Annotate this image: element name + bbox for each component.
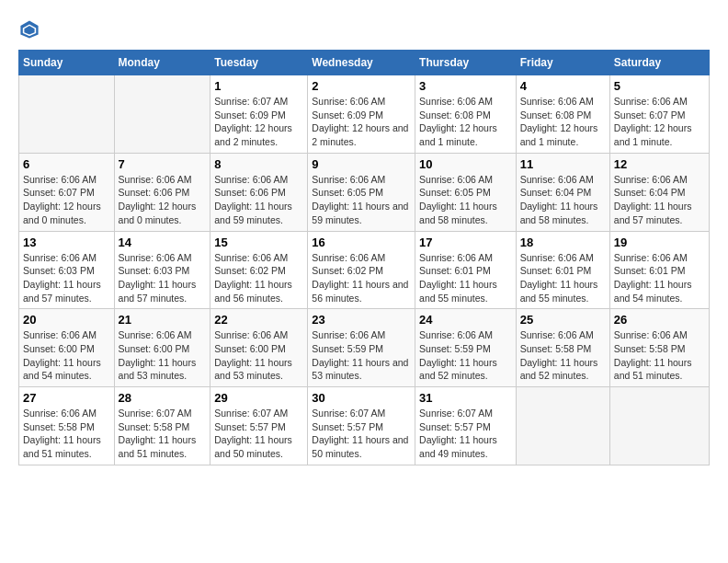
- day-number: 23: [312, 313, 411, 327]
- calendar-cell: 25Sunrise: 6:06 AMSunset: 5:58 PMDayligh…: [516, 309, 609, 387]
- day-number: 8: [214, 157, 303, 171]
- days-header-row: SundayMondayTuesdayWednesdayThursdayFrid…: [19, 51, 710, 75]
- day-number: 12: [614, 157, 705, 171]
- day-number: 15: [214, 236, 303, 249]
- day-info: Sunrise: 6:06 AMSunset: 6:04 PMDaylight:…: [520, 173, 606, 227]
- calendar-cell: 22Sunrise: 6:06 AMSunset: 6:00 PMDayligh…: [210, 309, 308, 387]
- calendar-cell: 26Sunrise: 6:06 AMSunset: 5:58 PMDayligh…: [609, 309, 709, 387]
- day-info: Sunrise: 6:06 AMSunset: 5:59 PMDaylight:…: [419, 328, 512, 383]
- day-info: Sunrise: 6:06 AMSunset: 5:59 PMDaylight:…: [312, 328, 411, 383]
- calendar-cell: 20Sunrise: 6:06 AMSunset: 6:00 PMDayligh…: [19, 309, 115, 387]
- calendar-cell: 21Sunrise: 6:06 AMSunset: 6:00 PMDayligh…: [114, 309, 210, 387]
- day-info: Sunrise: 6:06 AMSunset: 6:05 PMDaylight:…: [419, 173, 512, 227]
- day-number: 22: [214, 313, 303, 327]
- calendar-cell: 24Sunrise: 6:06 AMSunset: 5:59 PMDayligh…: [415, 309, 517, 387]
- day-info: Sunrise: 6:07 AMSunset: 5:57 PMDaylight:…: [214, 407, 303, 461]
- day-number: 9: [312, 157, 411, 171]
- calendar-cell: 31Sunrise: 6:07 AMSunset: 5:57 PMDayligh…: [415, 387, 517, 465]
- header: [18, 18, 710, 40]
- day-info: Sunrise: 6:06 AMSunset: 6:00 PMDaylight:…: [23, 328, 110, 383]
- day-number: 7: [119, 157, 207, 171]
- day-header-wednesday: Wednesday: [308, 51, 415, 75]
- day-info: Sunrise: 6:06 AMSunset: 6:06 PMDaylight:…: [119, 173, 207, 227]
- calendar-cell: 12Sunrise: 6:06 AMSunset: 6:04 PMDayligh…: [609, 153, 709, 231]
- calendar-cell: 27Sunrise: 6:06 AMSunset: 5:58 PMDayligh…: [19, 387, 115, 465]
- calendar-cell: 28Sunrise: 6:07 AMSunset: 5:58 PMDayligh…: [114, 387, 210, 465]
- calendar-cell: [609, 387, 709, 465]
- week-row-5: 27Sunrise: 6:06 AMSunset: 5:58 PMDayligh…: [19, 387, 710, 465]
- day-number: 30: [312, 391, 411, 405]
- day-number: 13: [23, 236, 110, 249]
- calendar-cell: 17Sunrise: 6:06 AMSunset: 6:01 PMDayligh…: [415, 231, 517, 309]
- day-info: Sunrise: 6:06 AMSunset: 6:08 PMDaylight:…: [419, 95, 512, 149]
- day-info: Sunrise: 6:06 AMSunset: 6:03 PMDaylight:…: [23, 251, 110, 305]
- calendar-cell: 10Sunrise: 6:06 AMSunset: 6:05 PMDayligh…: [415, 153, 517, 231]
- calendar-cell: 15Sunrise: 6:06 AMSunset: 6:02 PMDayligh…: [210, 231, 308, 309]
- calendar-cell: 2Sunrise: 6:06 AMSunset: 6:09 PMDaylight…: [308, 75, 415, 154]
- week-row-3: 13Sunrise: 6:06 AMSunset: 6:03 PMDayligh…: [19, 231, 710, 309]
- day-info: Sunrise: 6:06 AMSunset: 6:00 PMDaylight:…: [214, 328, 303, 383]
- calendar-cell: 29Sunrise: 6:07 AMSunset: 5:57 PMDayligh…: [210, 387, 308, 465]
- day-info: Sunrise: 6:06 AMSunset: 5:58 PMDaylight:…: [614, 328, 705, 383]
- calendar-cell: 6Sunrise: 6:06 AMSunset: 6:07 PMDaylight…: [19, 153, 115, 231]
- day-info: Sunrise: 6:06 AMSunset: 6:08 PMDaylight:…: [520, 95, 606, 149]
- calendar-cell: [114, 75, 210, 154]
- day-number: 10: [419, 157, 512, 171]
- day-number: 19: [614, 236, 705, 249]
- day-info: Sunrise: 6:06 AMSunset: 6:07 PMDaylight:…: [614, 95, 705, 149]
- day-number: 26: [614, 313, 705, 327]
- day-info: Sunrise: 6:07 AMSunset: 5:58 PMDaylight:…: [119, 407, 207, 461]
- calendar-cell: 7Sunrise: 6:06 AMSunset: 6:06 PMDaylight…: [114, 153, 210, 231]
- calendar-cell: 14Sunrise: 6:06 AMSunset: 6:03 PMDayligh…: [114, 231, 210, 309]
- day-info: Sunrise: 6:07 AMSunset: 5:57 PMDaylight:…: [312, 407, 411, 461]
- day-header-friday: Friday: [516, 51, 609, 75]
- day-number: 11: [520, 157, 606, 171]
- day-number: 28: [119, 391, 207, 405]
- calendar-cell: 4Sunrise: 6:06 AMSunset: 6:08 PMDaylight…: [516, 75, 609, 154]
- day-info: Sunrise: 6:06 AMSunset: 5:58 PMDaylight:…: [520, 328, 606, 383]
- calendar-cell: 3Sunrise: 6:06 AMSunset: 6:08 PMDaylight…: [415, 75, 517, 154]
- day-header-tuesday: Tuesday: [210, 51, 308, 75]
- day-info: Sunrise: 6:06 AMSunset: 6:02 PMDaylight:…: [312, 251, 411, 305]
- day-number: 21: [119, 313, 207, 327]
- calendar-cell: 30Sunrise: 6:07 AMSunset: 5:57 PMDayligh…: [308, 387, 415, 465]
- day-header-thursday: Thursday: [415, 51, 517, 75]
- calendar-cell: 13Sunrise: 6:06 AMSunset: 6:03 PMDayligh…: [19, 231, 115, 309]
- day-info: Sunrise: 6:06 AMSunset: 5:58 PMDaylight:…: [23, 407, 110, 461]
- week-row-4: 20Sunrise: 6:06 AMSunset: 6:00 PMDayligh…: [19, 309, 710, 387]
- calendar-cell: 18Sunrise: 6:06 AMSunset: 6:01 PMDayligh…: [516, 231, 609, 309]
- day-info: Sunrise: 6:06 AMSunset: 6:00 PMDaylight:…: [119, 328, 207, 383]
- day-number: 24: [419, 313, 512, 327]
- day-header-sunday: Sunday: [19, 51, 115, 75]
- day-number: 18: [520, 236, 606, 249]
- day-number: 4: [520, 79, 606, 93]
- calendar-cell: 5Sunrise: 6:06 AMSunset: 6:07 PMDaylight…: [609, 75, 709, 154]
- calendar-cell: 9Sunrise: 6:06 AMSunset: 6:05 PMDaylight…: [308, 153, 415, 231]
- day-number: 29: [214, 391, 303, 405]
- week-row-1: 1Sunrise: 6:07 AMSunset: 6:09 PMDaylight…: [19, 75, 710, 154]
- logo: [18, 18, 44, 40]
- day-info: Sunrise: 6:07 AMSunset: 5:57 PMDaylight:…: [419, 407, 512, 461]
- day-number: 1: [214, 79, 303, 93]
- day-number: 14: [119, 236, 207, 249]
- day-number: 2: [312, 79, 411, 93]
- day-number: 3: [419, 79, 512, 93]
- day-info: Sunrise: 6:06 AMSunset: 6:01 PMDaylight:…: [419, 251, 512, 305]
- day-number: 17: [419, 236, 512, 249]
- week-row-2: 6Sunrise: 6:06 AMSunset: 6:07 PMDaylight…: [19, 153, 710, 231]
- logo-icon: [18, 18, 40, 40]
- calendar-cell: [516, 387, 609, 465]
- calendar-cell: 23Sunrise: 6:06 AMSunset: 5:59 PMDayligh…: [308, 309, 415, 387]
- calendar-cell: [19, 75, 115, 154]
- day-number: 20: [23, 313, 110, 327]
- calendar-table: SundayMondayTuesdayWednesdayThursdayFrid…: [18, 50, 710, 465]
- day-header-monday: Monday: [114, 51, 210, 75]
- day-info: Sunrise: 6:06 AMSunset: 6:02 PMDaylight:…: [214, 251, 303, 305]
- day-info: Sunrise: 6:06 AMSunset: 6:05 PMDaylight:…: [312, 173, 411, 227]
- day-info: Sunrise: 6:06 AMSunset: 6:04 PMDaylight:…: [614, 173, 705, 227]
- day-info: Sunrise: 6:06 AMSunset: 6:07 PMDaylight:…: [23, 173, 110, 227]
- calendar-cell: 11Sunrise: 6:06 AMSunset: 6:04 PMDayligh…: [516, 153, 609, 231]
- day-info: Sunrise: 6:07 AMSunset: 6:09 PMDaylight:…: [214, 95, 303, 149]
- day-info: Sunrise: 6:06 AMSunset: 6:06 PMDaylight:…: [214, 173, 303, 227]
- day-number: 27: [23, 391, 110, 405]
